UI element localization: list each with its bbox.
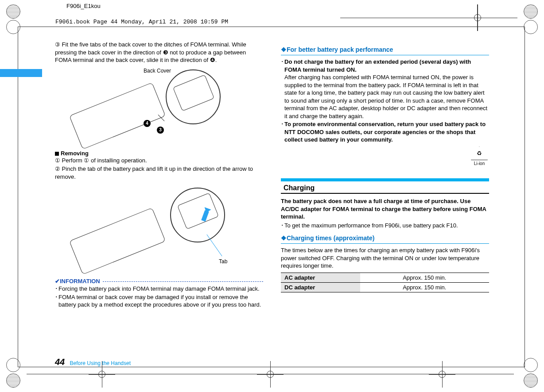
- perf-bullet-1-text: After charging has completed with FOMA t…: [284, 74, 487, 119]
- section-better-performance-text: For better battery pack performance: [287, 46, 393, 53]
- li-ion-icon: ♻ Li-ion: [470, 146, 489, 166]
- figure-tab: Tab: [55, 183, 263, 272]
- charging-note-text: To get the maximum performance from F906…: [284, 222, 489, 230]
- blue-rule-2: [281, 243, 489, 244]
- book-info: F906i.book Page 44 Monday, April 21, 200…: [55, 19, 228, 25]
- print-mark-br2: [524, 358, 538, 372]
- removing-step-1-text: ① Perform ① of installing operation.: [55, 157, 263, 165]
- cell-ac-head: AC adapter: [281, 273, 360, 282]
- doc-label: F906i_E1kou: [66, 3, 101, 9]
- charging-note: ･To get the maximum performance from F90…: [281, 222, 489, 230]
- reg-line-top: [340, 18, 517, 18]
- footer-section: Before Using the Handset: [70, 360, 131, 366]
- removing-heading-text: Removing: [61, 150, 89, 157]
- side-tab: [0, 69, 42, 77]
- blue-rule-1: [281, 55, 489, 55]
- square-bullet-icon: [55, 152, 59, 156]
- zoom-circle-2: [170, 188, 225, 242]
- print-mark-tr: [524, 4, 538, 19]
- step-3: ③ Fit the five tabs of the back cover to…: [55, 41, 263, 64]
- zoom-circle: [166, 69, 221, 124]
- charging-times-table: AC adapter Approx. 150 min. DC adapter A…: [281, 273, 489, 292]
- section-charging-times: ❖Charging times (approximate): [281, 234, 489, 242]
- charging-intro: The battery pack does not have a full ch…: [281, 197, 489, 221]
- back-cover-rect: [173, 74, 214, 111]
- perf-bullet-2-head: To promote environmental conservation, r…: [284, 121, 486, 143]
- table-row: AC adapter Approx. 150 min.: [281, 273, 489, 282]
- tab-leader-line: [206, 234, 222, 257]
- section-charging-times-text: Charging times (approximate): [287, 234, 374, 242]
- removing-step-1: ① Perform ① of installing operation.: [55, 157, 263, 165]
- print-mark-tl: [6, 4, 20, 19]
- removing-step-2: ② Pinch the tab of the battery pack and …: [55, 165, 263, 181]
- content-columns: ③ Fit the five tabs of the back cover to…: [55, 41, 489, 309]
- phone-illustration: [69, 82, 166, 150]
- info-bullet-2: ･FOMA terminal or back cover may be dama…: [55, 293, 263, 309]
- badge-3-icon: 3: [157, 127, 164, 134]
- charging-heading: Charging: [281, 182, 489, 194]
- cell-ac-val: Approx. 150 min.: [360, 273, 489, 282]
- reg-line-bot: [27, 374, 514, 374]
- figure-label-back-cover: Back Cover: [144, 68, 171, 74]
- info-bullet-2-text: FOMA terminal or back cover may be damag…: [58, 293, 263, 309]
- phone-illustration-2: [69, 208, 166, 275]
- recycle-triangle-icon: ♻: [471, 146, 488, 160]
- perf-bullet-2-body: To promote environmental conservation, r…: [284, 120, 489, 144]
- figure-back-cover: Back Cover 4 3: [55, 67, 263, 146]
- section-better-performance: ❖For better battery pack performance: [281, 46, 489, 53]
- information-heading: ✔INFORMATION: [55, 278, 263, 284]
- dashed-rule: [103, 281, 263, 282]
- print-mark-tr2: [524, 20, 538, 34]
- charging-times-body: The times below are the times for chargi…: [281, 246, 489, 270]
- print-mark-bl: [6, 373, 20, 388]
- info-bullet-1-text: Forcing the battery pack into FOMA termi…: [58, 285, 263, 293]
- cell-dc-head: DC adapter: [281, 282, 360, 292]
- cyan-section-bar: [281, 178, 489, 181]
- badge-4-icon: 4: [144, 120, 151, 127]
- removing-step-2-text: ② Pinch the tab of the battery pack and …: [55, 165, 263, 181]
- perf-bullet-2: ･ To promote environmental conservation,…: [281, 120, 489, 144]
- step-3-text: ③ Fit the five tabs of the back cover to…: [55, 41, 263, 64]
- page-number: 44: [55, 357, 65, 367]
- li-ion-label: Li-ion: [474, 161, 485, 166]
- cell-dc-val: Approx. 150 min.: [360, 282, 489, 292]
- removing-heading: Removing: [55, 150, 263, 157]
- page-footer: 44 Before Using the Handset: [55, 357, 131, 367]
- information-heading-text: ✔INFORMATION: [55, 278, 100, 284]
- left-column: ③ Fit the five tabs of the back cover to…: [55, 41, 263, 309]
- battery-rect: [177, 193, 219, 230]
- perf-bullet-1-head: Do not charge the battery for an extende…: [284, 58, 471, 73]
- perf-bullet-1-body: Do not charge the battery for an extende…: [284, 58, 489, 120]
- table-row: DC adapter Approx. 150 min.: [281, 282, 489, 292]
- perf-bullet-1: ･ Do not charge the battery for an exten…: [281, 58, 489, 120]
- print-mark-br: [524, 373, 538, 388]
- info-bullet-1: ･Forcing the battery pack into FOMA term…: [55, 285, 263, 293]
- figure-label-tab: Tab: [219, 258, 227, 265]
- right-column: ❖For better battery pack performance ･ D…: [281, 41, 489, 309]
